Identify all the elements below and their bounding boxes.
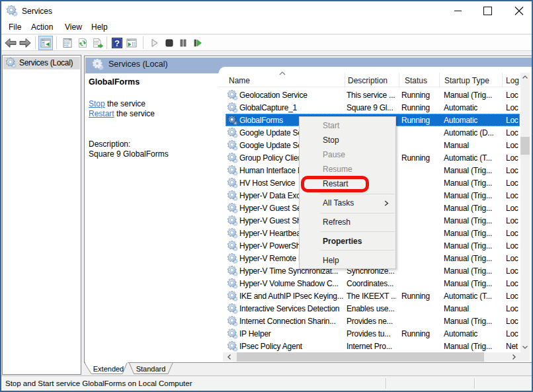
svg-text:?: ? [114, 38, 120, 48]
svg-text:Standard: Standard [136, 365, 166, 373]
svg-text:Extended: Extended [93, 365, 124, 373]
